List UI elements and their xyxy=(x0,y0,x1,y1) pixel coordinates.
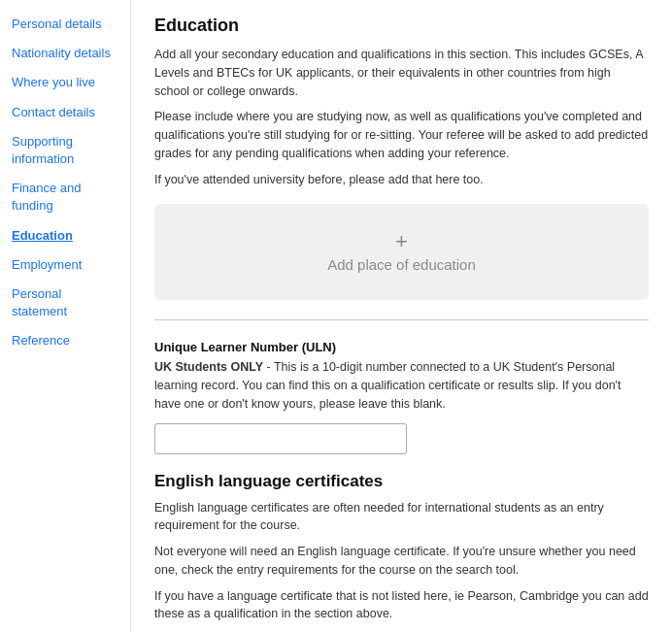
add-education-label: Add place of education xyxy=(327,256,476,273)
page-title: Education xyxy=(154,16,649,36)
sidebar: Personal details Nationality details Whe… xyxy=(0,0,131,632)
plus-icon: + xyxy=(395,231,408,252)
sidebar-item-where-you-live[interactable]: Where you live xyxy=(0,68,130,97)
main-content: Education Add all your secondary educati… xyxy=(131,0,672,632)
english-desc2: Not everyone will need an English langua… xyxy=(154,543,649,580)
education-desc3: If you've attended university before, pl… xyxy=(154,171,649,189)
section-divider xyxy=(154,319,649,320)
add-education-button[interactable]: + Add place of education xyxy=(154,204,649,300)
sidebar-item-contact-details[interactable]: Contact details xyxy=(0,98,130,127)
uk-only-prefix: UK Students ONLY xyxy=(154,360,263,374)
english-desc3: If you have a language certificate that … xyxy=(154,587,649,624)
uln-description: UK Students ONLY - This is a 10-digit nu… xyxy=(154,358,649,413)
education-desc2: Please include where you are studying no… xyxy=(154,108,649,162)
uln-section: Unique Learner Number (ULN) UK Students … xyxy=(154,340,649,453)
english-desc1: English language certificates are often … xyxy=(154,499,649,536)
sidebar-item-finance-and-funding[interactable]: Finance and funding xyxy=(0,174,130,220)
english-section-title: English language certificates xyxy=(154,472,649,491)
english-section: English language certificates English la… xyxy=(154,472,649,633)
uln-label: Unique Learner Number (ULN) xyxy=(154,340,649,354)
sidebar-item-nationality-details[interactable]: Nationality details xyxy=(0,39,130,68)
sidebar-item-personal-details[interactable]: Personal details xyxy=(0,10,130,39)
sidebar-item-supporting-information[interactable]: Supporting information xyxy=(0,127,130,174)
education-desc1: Add all your secondary education and qua… xyxy=(154,46,649,100)
sidebar-item-education[interactable]: Education xyxy=(0,221,130,250)
uln-input[interactable] xyxy=(154,423,407,454)
sidebar-item-reference[interactable]: Reference xyxy=(0,326,130,355)
sidebar-item-personal-statement[interactable]: Personal statement xyxy=(0,280,130,326)
sidebar-item-employment[interactable]: Employment xyxy=(0,250,130,280)
